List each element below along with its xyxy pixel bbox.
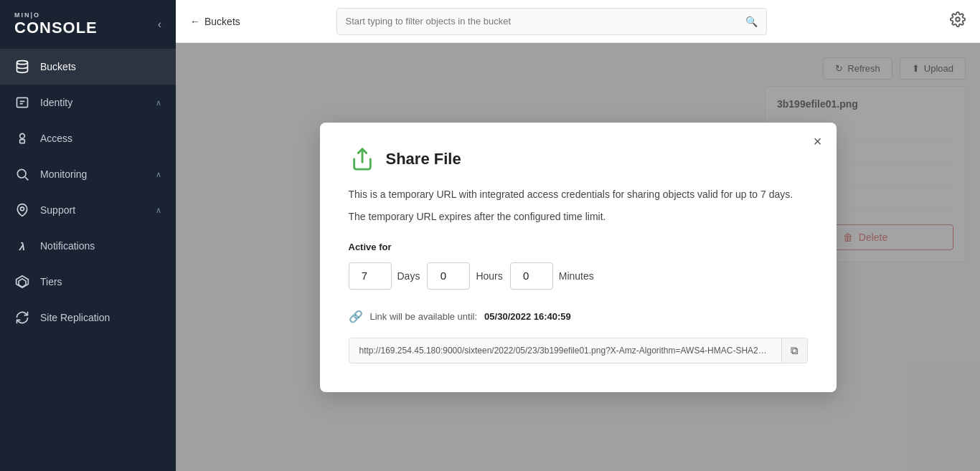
sidebar-item-label-buckets: Buckets bbox=[40, 61, 161, 72]
svg-point-4 bbox=[17, 169, 26, 178]
content-area: ↻ Refresh ⬆ Upload 3b199efile01.png Down… bbox=[176, 43, 980, 471]
copy-icon: ⧉ bbox=[791, 344, 798, 356]
sidebar-item-label-monitoring: Monitoring bbox=[40, 168, 146, 180]
hours-label: Hours bbox=[476, 270, 502, 282]
svg-point-0 bbox=[17, 61, 28, 65]
link-until-row: 🔗 Link will be available until: 05/30/20… bbox=[349, 310, 808, 323]
share-file-icon bbox=[349, 146, 376, 173]
notifications-icon: λ bbox=[14, 238, 30, 254]
link-icon: 🔗 bbox=[349, 310, 363, 323]
svg-marker-8 bbox=[19, 279, 26, 287]
sidebar-item-access[interactable]: Access bbox=[0, 120, 176, 156]
support-icon bbox=[14, 202, 30, 218]
logo-mini: MIN|O bbox=[14, 11, 98, 19]
chevron-down-icon-monitoring: ∧ bbox=[156, 170, 161, 179]
settings-button[interactable] bbox=[950, 11, 966, 31]
tiers-icon bbox=[14, 274, 30, 290]
sidebar-item-label-notifications: Notifications bbox=[40, 240, 161, 252]
link-until-label: Link will be available until: bbox=[370, 311, 478, 322]
sidebar-item-support[interactable]: Support ∧ bbox=[0, 192, 176, 228]
copy-url-button[interactable]: ⧉ bbox=[781, 338, 807, 363]
url-row: http://169.254.45.180:9000/sixteen/2022/… bbox=[349, 338, 808, 363]
modal-description-2: The temporary URL expires after the conf… bbox=[349, 209, 808, 224]
search-icon: 🔍 bbox=[745, 16, 758, 27]
sidebar-item-notifications[interactable]: λ Notifications bbox=[0, 228, 176, 264]
sidebar-collapse-button[interactable]: ‹ bbox=[158, 18, 161, 31]
link-until-date: 05/30/2022 16:40:59 bbox=[484, 311, 571, 322]
sidebar-item-identity[interactable]: Identity ∧ bbox=[0, 85, 176, 120]
sidebar-item-label-site-replication: Site Replication bbox=[40, 312, 161, 323]
search-bar-container: 🔍 bbox=[336, 8, 767, 35]
chevron-down-icon-support: ∧ bbox=[156, 206, 161, 215]
logo-text: MIN|O CONSOLE bbox=[14, 11, 98, 37]
top-bar: ← Buckets 🔍 bbox=[176, 0, 980, 43]
logo-area: MIN|O CONSOLE ‹ bbox=[0, 0, 176, 49]
search-input[interactable] bbox=[346, 16, 745, 27]
sidebar-item-monitoring[interactable]: Monitoring ∧ bbox=[0, 156, 176, 192]
days-input-group: Days bbox=[349, 262, 420, 290]
sidebar-item-tiers[interactable]: Tiers bbox=[0, 264, 176, 300]
access-icon bbox=[14, 130, 30, 146]
main-content: ← Buckets 🔍 ↻ Refresh ⬆ Upload bbox=[176, 0, 980, 471]
minutes-input-group: Minutes bbox=[510, 262, 594, 290]
share-url-text: http://169.254.45.180:9000/sixteen/2022/… bbox=[349, 338, 781, 363]
svg-rect-1 bbox=[17, 97, 28, 107]
modal-close-button[interactable]: × bbox=[814, 134, 822, 148]
logo-console: CONSOLE bbox=[14, 19, 98, 37]
identity-icon bbox=[14, 95, 30, 110]
back-button[interactable]: ← Buckets bbox=[190, 16, 240, 27]
svg-point-6 bbox=[21, 207, 24, 211]
modal-overlay: × Share File This is a temporary URL wit… bbox=[176, 43, 980, 471]
svg-line-5 bbox=[25, 177, 28, 180]
time-inputs-row: Days Hours Minutes bbox=[349, 262, 808, 290]
modal-title: Share File bbox=[386, 150, 461, 168]
svg-marker-7 bbox=[17, 276, 29, 288]
sidebar-item-label-identity: Identity bbox=[40, 97, 146, 108]
svg-point-2 bbox=[20, 133, 25, 138]
buckets-icon bbox=[14, 59, 30, 75]
share-file-modal: × Share File This is a temporary URL wit… bbox=[320, 123, 837, 392]
sidebar: MIN|O CONSOLE ‹ Buckets Identi bbox=[0, 0, 176, 471]
minutes-input[interactable] bbox=[510, 262, 553, 290]
sidebar-item-label-access: Access bbox=[40, 133, 161, 144]
hours-input-group: Hours bbox=[427, 262, 502, 290]
days-label: Days bbox=[397, 270, 420, 282]
modal-title-row: Share File bbox=[349, 146, 808, 173]
monitoring-icon bbox=[14, 166, 30, 182]
sidebar-item-label-tiers: Tiers bbox=[40, 276, 161, 287]
modal-description-1: This is a temporary URL with integrated … bbox=[349, 187, 808, 202]
sidebar-item-label-support: Support bbox=[40, 204, 146, 216]
hours-input[interactable] bbox=[427, 262, 470, 290]
days-input[interactable] bbox=[349, 262, 392, 290]
back-button-label: Buckets bbox=[204, 16, 240, 27]
svg-point-9 bbox=[956, 17, 960, 22]
sidebar-item-buckets[interactable]: Buckets bbox=[0, 49, 176, 85]
minutes-label: Minutes bbox=[559, 270, 594, 282]
active-for-label: Active for bbox=[349, 242, 808, 252]
sidebar-nav: Buckets Identity ∧ Access bbox=[0, 49, 176, 471]
chevron-down-icon: ∧ bbox=[156, 98, 161, 108]
sidebar-item-site-replication[interactable]: Site Replication bbox=[0, 300, 176, 336]
back-arrow-icon: ← bbox=[190, 16, 200, 27]
site-replication-icon bbox=[14, 310, 30, 325]
